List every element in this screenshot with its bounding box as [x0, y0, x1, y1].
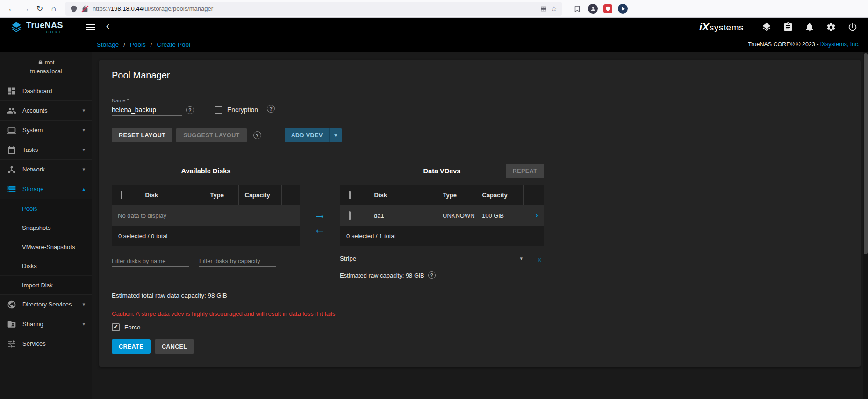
- power-icon[interactable]: [847, 22, 858, 32]
- sidebar-item-services[interactable]: Services: [0, 334, 92, 353]
- breadcrumb-create-pool[interactable]: Create Pool: [157, 41, 190, 48]
- cancel-button[interactable]: CANCEL: [155, 339, 194, 354]
- sidebar-item-sharing[interactable]: Sharing ▾: [0, 314, 92, 334]
- column-header-disk: Disk: [368, 185, 437, 205]
- vdev-layout-select[interactable]: Stripe ▾: [340, 254, 524, 265]
- chevron-down-icon: ▾: [330, 132, 342, 138]
- filter-name-input[interactable]: [112, 256, 189, 267]
- hamburger-icon: [86, 24, 95, 30]
- breadcrumb-pools[interactable]: Pools: [130, 41, 146, 48]
- cell-disk: da1: [368, 205, 437, 226]
- browser-home-button[interactable]: ⌂: [47, 2, 61, 16]
- tracking-shield-icon[interactable]: [70, 5, 78, 13]
- data-vdevs-table: Disk Type Capacity da1 UNKNOWN: [340, 185, 544, 226]
- capacity-help-icon[interactable]: ?: [428, 271, 436, 279]
- filter-capacity-input[interactable]: [199, 256, 276, 267]
- sidebar-item-directory-services[interactable]: Directory Services ▾: [0, 294, 92, 314]
- sidebar-item-vmware-snapshots[interactable]: VMware-Snapshots: [0, 237, 92, 256]
- cell-capacity: 100 GiB: [476, 205, 523, 226]
- name-help-icon[interactable]: ?: [186, 106, 194, 114]
- sidenav-toggle-button[interactable]: [85, 21, 97, 33]
- storage-submenu: Pools Snapshots VMware-Snapshots Disks I…: [0, 199, 92, 294]
- data-vdevs-summary: 0 selected / 1 total: [340, 226, 544, 246]
- sidebar-item-snapshots[interactable]: Snapshots: [0, 218, 92, 237]
- extension-toolbar: [572, 4, 628, 14]
- sidenav-collapse-button[interactable]: ‹: [104, 21, 111, 33]
- sidebar-item-storage[interactable]: Storage ▴: [0, 179, 92, 199]
- extension-ublock-icon[interactable]: [603, 4, 612, 13]
- table-row: da1 UNKNOWN 100 GiB ›: [340, 205, 544, 226]
- reset-layout-button[interactable]: RESET LAYOUT: [112, 128, 172, 142]
- sidebar-item-network[interactable]: Network ▾: [0, 159, 92, 179]
- browser-back-button[interactable]: ←: [5, 2, 19, 16]
- select-all-checkbox[interactable]: [121, 191, 122, 200]
- create-button[interactable]: CREATE: [112, 339, 151, 354]
- extension-circle-icon[interactable]: [618, 4, 628, 14]
- no-data-text: No data to display: [112, 205, 300, 226]
- truenas-logo[interactable]: TrueNAS CORE: [10, 21, 63, 34]
- copyright-text: TrueNAS CORE® © 2023 - iXsystems, Inc.: [748, 41, 860, 48]
- sidebar-user-info: root truenas.local: [0, 52, 92, 81]
- sidebar-item-disks[interactable]: Disks: [0, 256, 92, 275]
- bookmark-star-icon[interactable]: ☆: [551, 5, 557, 13]
- estimated-total-capacity: Estimated total raw data capacity: 98 Gi…: [112, 292, 848, 299]
- tasks-clipboard-icon[interactable]: [783, 22, 793, 32]
- select-all-checkbox[interactable]: [349, 191, 351, 200]
- encryption-help-icon[interactable]: ?: [267, 105, 275, 113]
- force-checkbox[interactable]: [112, 323, 120, 331]
- calendar-icon: [7, 145, 16, 155]
- sidebar-item-system[interactable]: System ▾: [0, 120, 92, 140]
- reader-mode-icon[interactable]: [540, 5, 547, 13]
- browser-forward-button[interactable]: →: [19, 2, 33, 16]
- stripe-warning-text: Caution: A stripe data vdev is highly di…: [112, 310, 848, 317]
- empty-row: No data to display: [112, 205, 300, 226]
- globe-icon: [7, 300, 16, 309]
- breadcrumb-storage[interactable]: Storage: [97, 41, 119, 48]
- layout-help-icon[interactable]: ?: [253, 131, 261, 139]
- column-header-capacity: Capacity: [238, 185, 281, 205]
- sidebar-item-pools[interactable]: Pools: [0, 199, 92, 218]
- lock-icon: [38, 60, 43, 65]
- pool-name-input[interactable]: [112, 105, 182, 116]
- brand-name: TrueNAS: [26, 21, 63, 29]
- available-disks-panel: Available Disks Disk Type Capacity: [112, 163, 300, 267]
- tune-icon: [7, 339, 16, 349]
- settings-gear-icon[interactable]: [826, 22, 836, 32]
- ixsystems-link[interactable]: iXsystems, Inc.: [820, 41, 860, 48]
- repeat-button[interactable]: REPEAT: [506, 164, 544, 178]
- remove-vdev-button[interactable]: X: [538, 256, 542, 264]
- sidebar-item-accounts[interactable]: Accounts ▾: [0, 100, 92, 120]
- estimated-raw-capacity: Estimated raw capacity: 98 GiB: [340, 272, 424, 279]
- chevron-up-icon: ▴: [82, 186, 85, 192]
- chevron-down-icon: ▾: [520, 256, 523, 262]
- move-left-arrow-icon[interactable]: ←: [314, 222, 326, 236]
- browser-toolbar: ← → ↻ ⌂ https://198.18.0.44/ui/storage/p…: [0, 0, 868, 18]
- extension-avatar-icon[interactable]: [588, 4, 598, 14]
- sidebar-item-tasks[interactable]: Tasks ▾: [0, 140, 92, 159]
- breadcrumb-separator: /: [123, 41, 125, 48]
- storage-icon: [7, 185, 16, 194]
- address-bar[interactable]: https://198.18.0.44/ui/storage/pools/man…: [65, 2, 562, 16]
- extension-bookmark-icon[interactable]: [572, 4, 582, 14]
- move-right-arrow-icon[interactable]: →: [314, 208, 326, 221]
- sidebar-item-dashboard[interactable]: Dashboard: [0, 81, 92, 100]
- column-header-type: Type: [204, 185, 238, 205]
- page-scrollbar[interactable]: [863, 52, 868, 399]
- jobs-stack-icon[interactable]: [761, 22, 772, 32]
- scrollbar-thumb[interactable]: [864, 53, 868, 254]
- insecure-lock-icon[interactable]: [81, 5, 89, 13]
- row-checkbox[interactable]: [349, 211, 351, 220]
- notifications-bell-icon[interactable]: [804, 22, 815, 32]
- row-chevron-right-icon[interactable]: ›: [523, 205, 544, 226]
- available-disks-title: Available Disks: [181, 167, 231, 175]
- browser-reload-button[interactable]: ↻: [33, 2, 47, 16]
- breadcrumb: Storage / Pools / Create Pool TrueNAS CO…: [0, 36, 868, 52]
- pool-manager-card: Pool Manager Name * ? Encryption ? RESET…: [99, 60, 861, 367]
- transfer-controls: → ←: [300, 163, 340, 235]
- available-disks-table: Disk Type Capacity No data to display: [112, 185, 300, 226]
- encryption-checkbox[interactable]: [215, 106, 222, 114]
- chevron-down-icon: ▾: [82, 147, 85, 153]
- sidebar-item-import-disk[interactable]: Import Disk: [0, 275, 92, 294]
- add-vdev-button[interactable]: ADD VDEV ▾: [285, 128, 342, 142]
- suggest-layout-button[interactable]: SUGGEST LAYOUT: [176, 128, 246, 142]
